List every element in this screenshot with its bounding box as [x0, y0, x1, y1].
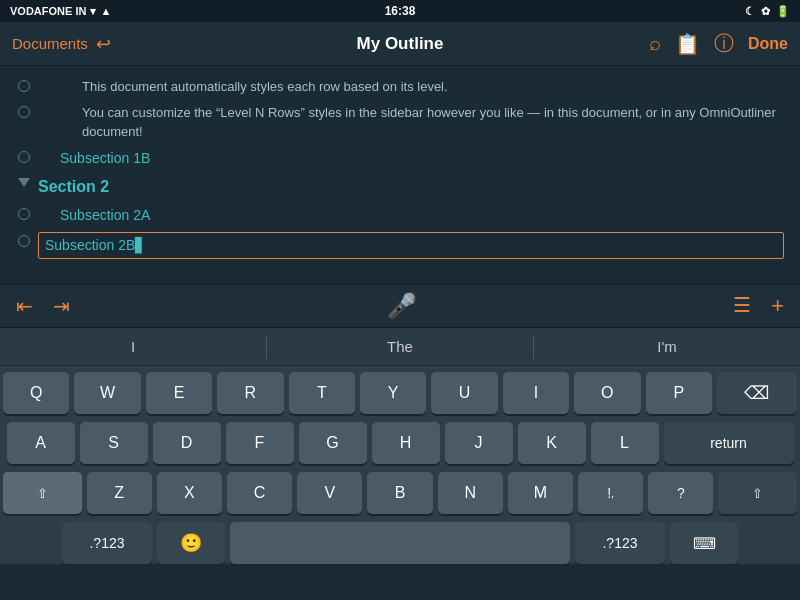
- carrier-text: VODAFONE IN: [10, 5, 86, 17]
- autocomplete-item-im[interactable]: I'm: [534, 338, 800, 355]
- key-x[interactable]: X: [157, 472, 222, 514]
- keyboard-row-1: Q W E R T Y U I O P ⌫: [3, 372, 797, 414]
- key-b[interactable]: B: [367, 472, 432, 514]
- indent-right-icon[interactable]: ⇥: [53, 294, 70, 318]
- add-row-icon[interactable]: +: [771, 293, 784, 319]
- key-w[interactable]: W: [74, 372, 140, 414]
- table-row: Section 2: [0, 172, 800, 202]
- row-bullet: [10, 103, 38, 118]
- circle-bullet: [18, 80, 30, 92]
- keyboard-row-2: A S D F G H J K L return: [3, 422, 797, 464]
- key-f[interactable]: F: [226, 422, 294, 464]
- row-bullet: [10, 205, 38, 220]
- circle-bullet: [18, 235, 30, 247]
- table-row: This document automatically styles each …: [0, 74, 800, 100]
- keyboard: Q W E R T Y U I O P ⌫ A S D F G H J K L …: [0, 366, 800, 564]
- backspace-key[interactable]: ⌫: [717, 372, 797, 414]
- main-toolbar: Documents ↩ My Outline ⌕ 📋 ⓘ Done: [0, 22, 800, 66]
- edit-toolbar-left: ⇤ ⇥: [16, 294, 70, 318]
- wifi-icon: ▾: [90, 5, 96, 18]
- document-title: My Outline: [271, 34, 530, 54]
- autocomplete-item-the[interactable]: The: [267, 338, 533, 355]
- document-area: This document automatically styles each …: [0, 66, 800, 284]
- key-c[interactable]: C: [227, 472, 292, 514]
- section-heading[interactable]: Section 2: [38, 175, 784, 199]
- key-m[interactable]: M: [508, 472, 573, 514]
- format-icon[interactable]: ☰: [733, 293, 751, 319]
- key-i[interactable]: I: [503, 372, 569, 414]
- indent-left-icon[interactable]: ⇤: [16, 294, 33, 318]
- bluetooth-icon: ✿: [761, 5, 770, 18]
- done-button[interactable]: Done: [748, 35, 788, 53]
- row-bullet: [10, 148, 38, 163]
- autocomplete-bar: I The I'm: [0, 328, 800, 366]
- key-o[interactable]: O: [574, 372, 640, 414]
- row-bullet: [10, 77, 38, 92]
- table-row: Subsection 1B: [0, 145, 800, 172]
- attachment-icon[interactable]: 📋: [675, 32, 700, 56]
- key-exclaim[interactable]: !,: [578, 472, 643, 514]
- key-l[interactable]: L: [591, 422, 659, 464]
- key-y[interactable]: Y: [360, 372, 426, 414]
- edit-toolbar-right: ☰ +: [733, 293, 784, 319]
- space-key[interactable]: [230, 522, 570, 564]
- row-bullet: [10, 232, 38, 247]
- key-u[interactable]: U: [431, 372, 497, 414]
- status-right: ☾ ✿ 🔋: [745, 5, 790, 18]
- key-h[interactable]: H: [372, 422, 440, 464]
- key-a[interactable]: A: [7, 422, 75, 464]
- row-content[interactable]: Subsection 1B: [38, 148, 784, 169]
- shift-key-left[interactable]: ⇧: [3, 472, 82, 514]
- key-p[interactable]: P: [646, 372, 712, 414]
- numbers-key-left[interactable]: .?123: [62, 522, 152, 564]
- key-z[interactable]: Z: [87, 472, 152, 514]
- moon-icon: ☾: [745, 5, 755, 18]
- key-d[interactable]: D: [153, 422, 221, 464]
- key-e[interactable]: E: [146, 372, 212, 414]
- key-t[interactable]: T: [289, 372, 355, 414]
- status-left: VODAFONE IN ▾ ▲: [10, 5, 111, 18]
- key-k[interactable]: K: [518, 422, 586, 464]
- key-n[interactable]: N: [438, 472, 503, 514]
- status-time: 16:38: [385, 4, 416, 18]
- row-content[interactable]: This document automatically styles each …: [38, 77, 784, 97]
- circle-bullet: [18, 208, 30, 220]
- table-row: Subsection 2B▋: [0, 229, 800, 262]
- triangle-bullet: [18, 178, 30, 187]
- circle-bullet: [18, 106, 30, 118]
- search-icon[interactable]: ⌕: [649, 32, 661, 55]
- key-question[interactable]: ?: [648, 472, 713, 514]
- row-content[interactable]: You can customize the “Level N Rows” sty…: [38, 103, 784, 142]
- table-row: Subsection 2A: [0, 202, 800, 229]
- autocomplete-item-i[interactable]: I: [0, 338, 266, 355]
- toolbar-left: Documents ↩: [12, 33, 271, 55]
- emoji-key[interactable]: 🙂: [157, 522, 225, 564]
- row-content[interactable]: Subsection 2A: [38, 205, 784, 226]
- table-row: You can customize the “Level N Rows” sty…: [0, 100, 800, 145]
- row-bullet: [10, 175, 38, 187]
- microphone-icon[interactable]: 🎤: [387, 292, 417, 320]
- undo-button[interactable]: ↩: [96, 33, 111, 55]
- return-key[interactable]: return: [664, 422, 794, 464]
- keyboard-dismiss-key[interactable]: ⌨: [670, 522, 738, 564]
- key-j[interactable]: J: [445, 422, 513, 464]
- key-s[interactable]: S: [80, 422, 148, 464]
- keyboard-row-3: ⇧ Z X C V B N M !, ? ⇧: [3, 472, 797, 514]
- circle-bullet: [18, 151, 30, 163]
- key-g[interactable]: G: [299, 422, 367, 464]
- toolbar-right: ⌕ 📋 ⓘ Done: [529, 30, 788, 57]
- shift-key-right[interactable]: ⇧: [718, 472, 797, 514]
- key-r[interactable]: R: [217, 372, 283, 414]
- key-q[interactable]: Q: [3, 372, 69, 414]
- key-v[interactable]: V: [297, 472, 362, 514]
- battery-icon: 🔋: [776, 5, 790, 18]
- back-button[interactable]: Documents: [12, 35, 88, 52]
- signal-icon: ▲: [100, 5, 111, 17]
- active-row-content[interactable]: Subsection 2B▋: [38, 232, 784, 259]
- edit-toolbar-center: 🎤: [70, 292, 733, 320]
- edit-toolbar: ⇤ ⇥ 🎤 ☰ +: [0, 284, 800, 328]
- status-bar: VODAFONE IN ▾ ▲ 16:38 ☾ ✿ 🔋: [0, 0, 800, 22]
- numbers-key-right[interactable]: .?123: [575, 522, 665, 564]
- info-icon[interactable]: ⓘ: [714, 30, 734, 57]
- keyboard-row-4: .?123 🙂 .?123 ⌨: [3, 522, 797, 564]
